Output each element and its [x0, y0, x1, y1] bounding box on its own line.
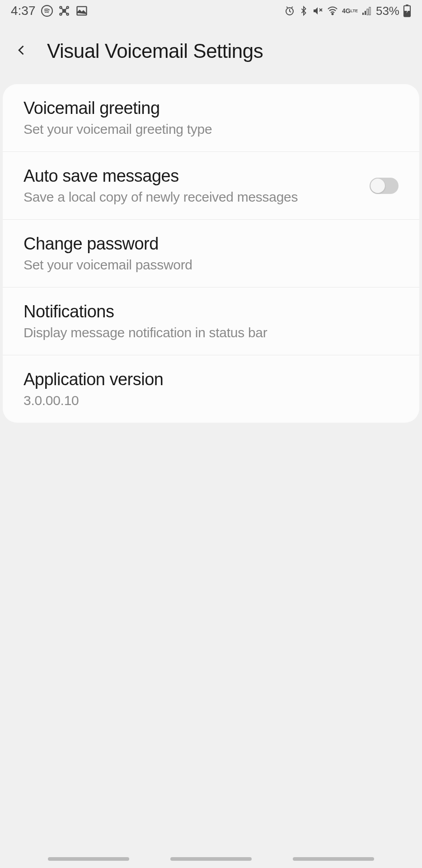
setting-title: Auto save messages: [23, 166, 361, 186]
chevron-left-icon: [15, 41, 28, 61]
voicemail-greeting-item[interactable]: Voicemail greeting Set your voicemail gr…: [3, 84, 419, 152]
settings-list: Voicemail greeting Set your voicemail gr…: [3, 84, 419, 423]
image-icon: [75, 5, 88, 17]
battery-charging-icon: [403, 5, 411, 17]
setting-title: Change password: [23, 234, 399, 254]
svg-rect-16: [365, 11, 366, 15]
navigation-bar: [0, 850, 422, 868]
setting-text: Application version 3.0.00.10: [23, 370, 399, 408]
recents-nav[interactable]: [48, 857, 129, 861]
setting-title: Voicemail greeting: [23, 99, 399, 118]
bluetooth-icon: [299, 5, 309, 16]
svg-point-14: [332, 14, 333, 15]
application-version-item: Application version 3.0.00.10: [3, 355, 419, 423]
mute-vibrate-icon: [312, 5, 323, 16]
setting-text: Notifications Display message notificati…: [23, 302, 399, 340]
setting-subtitle: Set your voicemail greeting type: [23, 122, 399, 137]
wifi-icon: [327, 5, 338, 16]
setting-subtitle: Display message notification in status b…: [23, 325, 399, 340]
status-bar: 4:37 4GLTE 53%: [0, 0, 422, 22]
svg-rect-20: [406, 5, 408, 6]
back-button[interactable]: [11, 40, 33, 62]
change-password-item[interactable]: Change password Set your voicemail passw…: [3, 220, 419, 288]
status-bar-right: 4GLTE 53%: [284, 4, 411, 18]
setting-subtitle: 3.0.00.10: [23, 393, 399, 408]
setting-text: Voicemail greeting Set your voicemail gr…: [23, 99, 399, 137]
back-nav[interactable]: [293, 857, 374, 861]
page-title: Visual Voicemail Settings: [47, 40, 263, 62]
page-header: Visual Voicemail Settings: [0, 22, 422, 73]
spotify-icon: [41, 5, 53, 17]
svg-rect-18: [369, 7, 370, 15]
alarm-icon: [284, 5, 295, 16]
setting-subtitle: Set your voicemail password: [23, 257, 399, 273]
mobile-data-icon: 4GLTE: [342, 8, 358, 14]
signal-icon: [361, 5, 372, 16]
status-bar-left: 4:37: [11, 4, 88, 18]
notifications-item[interactable]: Notifications Display message notificati…: [3, 288, 419, 355]
auto-save-messages-item[interactable]: Auto save messages Save a local copy of …: [3, 152, 419, 220]
setting-title: Notifications: [23, 302, 399, 321]
toggle-knob: [370, 179, 385, 193]
status-time: 4:37: [11, 4, 36, 18]
setting-text: Auto save messages Save a local copy of …: [23, 166, 361, 205]
svg-rect-15: [362, 13, 364, 15]
auto-save-toggle[interactable]: [370, 178, 399, 194]
home-nav[interactable]: [170, 857, 252, 861]
setting-subtitle: Save a local copy of newly received mess…: [23, 189, 361, 205]
setting-text: Change password Set your voicemail passw…: [23, 234, 399, 273]
battery-percent: 53%: [376, 4, 399, 18]
svg-rect-17: [367, 9, 368, 15]
setting-title: Application version: [23, 370, 399, 389]
network-icon: [58, 5, 70, 17]
